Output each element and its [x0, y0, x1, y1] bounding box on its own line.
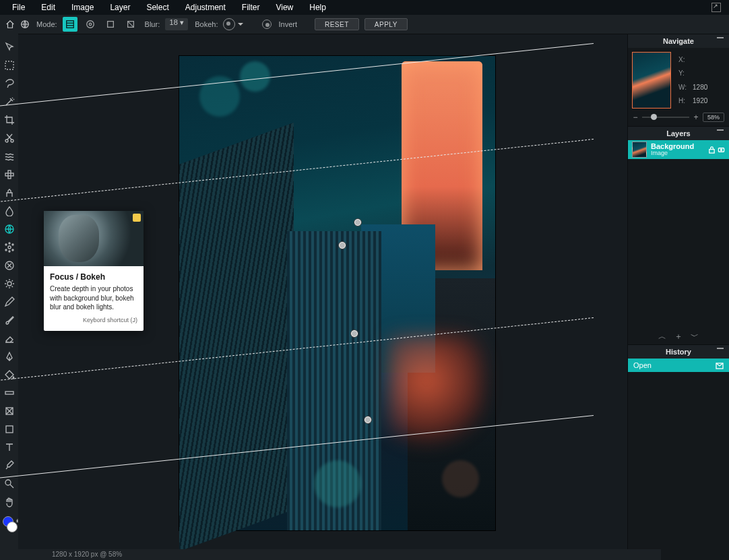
eraser-tool[interactable] — [3, 332, 16, 345]
gear-tool[interactable] — [3, 277, 16, 290]
svg-rect-6 — [107, 22, 113, 28]
gradient-tool[interactable] — [3, 386, 16, 400]
hub-icon[interactable] — [20, 20, 30, 29]
svg-rect-12 — [8, 170, 11, 179]
svg-point-21 — [9, 251, 10, 252]
navigator-info: X: Y: W:1280 H:1920 — [676, 52, 709, 108]
heal-tool[interactable] — [3, 168, 16, 181]
zoom-slider[interactable] — [642, 117, 689, 118]
eyedropper-tool[interactable] — [3, 459, 16, 472]
color-swatches[interactable]: ⇆ — [3, 516, 16, 531]
bokeh-handle-inner-top[interactable] — [338, 241, 346, 249]
blur-value-select[interactable]: 18 ▾ — [165, 18, 188, 30]
cut-tool[interactable] — [3, 131, 16, 145]
reset-button[interactable]: RESET — [315, 18, 359, 30]
disperse-tool[interactable] — [3, 241, 16, 254]
lock-icon[interactable] — [708, 146, 716, 154]
minimize-icon[interactable] — [717, 129, 724, 131]
canvas-area[interactable]: Focus / Bokeh Create depth in your photo… — [18, 34, 627, 560]
tool-sidebar: ⇆ — [0, 34, 18, 560]
menu-select[interactable]: Select — [138, 1, 177, 14]
tooltip-thumbnail — [44, 211, 144, 266]
transform-tool[interactable] — [3, 404, 16, 418]
right-panels: Navigate X: Y: W:1280 H:1920 − + 58% Lay… — [627, 34, 729, 560]
tooltip-description: Create depth in your photos with backgro… — [50, 284, 137, 312]
menu-adjustment[interactable]: Adjustment — [177, 1, 234, 14]
shape-tool[interactable] — [3, 423, 16, 436]
bokeh-handle-outer-bottom[interactable] — [364, 416, 372, 424]
brush-tool[interactable] — [3, 313, 16, 327]
status-bar: 1280 x 1920 px @ 58% — [18, 549, 661, 560]
mode-radial-button[interactable] — [83, 17, 98, 32]
menu-help[interactable]: Help — [301, 1, 334, 14]
zoom-value[interactable]: 58% — [703, 113, 724, 122]
invert-label[interactable]: Invert — [278, 20, 297, 28]
apply-button[interactable]: APPLY — [364, 18, 408, 30]
layer-up-button[interactable]: ︿ — [658, 331, 666, 342]
svg-point-18 — [5, 249, 7, 251]
minimize-icon[interactable] — [717, 37, 724, 38]
mode-rect-button[interactable] — [103, 17, 118, 32]
zoom-in-button[interactable]: + — [693, 113, 699, 122]
pen-tool[interactable] — [3, 350, 16, 363]
zoom-out-button[interactable]: − — [633, 113, 638, 122]
menu-filter[interactable]: Filter — [234, 1, 268, 14]
blur-tool[interactable] — [3, 204, 16, 218]
menu-image[interactable]: Image — [63, 1, 102, 14]
svg-rect-28 — [6, 426, 13, 433]
layer-item[interactable]: Background Image — [628, 140, 729, 159]
history-panel-header[interactable]: History — [628, 344, 729, 359]
zoom-tool[interactable] — [3, 477, 16, 491]
mode-fill-button[interactable] — [123, 17, 138, 32]
svg-point-5 — [89, 23, 92, 26]
tooltip-shortcut: Keybord shortcut (J) — [50, 316, 137, 324]
history-item-icon — [716, 361, 724, 369]
layer-add-button[interactable]: ＋ — [674, 331, 683, 342]
navigator-thumbnail[interactable] — [632, 52, 671, 108]
sponge-tool[interactable] — [3, 259, 16, 272]
navigate-panel-header[interactable]: Navigate — [628, 34, 729, 48]
bokeh-handle-inner-bottom[interactable] — [350, 330, 358, 338]
svg-point-16 — [5, 244, 7, 245]
history-item[interactable]: Open — [628, 359, 729, 372]
menu-file[interactable]: File — [4, 1, 33, 14]
liquify-tool[interactable] — [3, 150, 16, 163]
lasso-tool[interactable] — [3, 77, 16, 90]
svg-rect-13 — [5, 173, 13, 176]
crop-tool[interactable] — [3, 113, 16, 127]
svg-point-15 — [8, 246, 11, 249]
hand-tool[interactable] — [3, 495, 16, 509]
menu-edit[interactable]: Edit — [33, 1, 63, 14]
svg-point-29 — [5, 480, 11, 485]
home-icon[interactable] — [5, 20, 15, 29]
history-title: History — [666, 348, 691, 356]
wand-tool[interactable] — [3, 95, 16, 108]
svg-point-11 — [11, 139, 13, 142]
menu-view[interactable]: View — [267, 1, 301, 14]
svg-line-8 — [127, 22, 133, 28]
bokeh-shape-select[interactable] — [223, 18, 235, 30]
minimize-icon[interactable] — [717, 348, 724, 349]
menu-bar: File Edit Image Layer Select Adjustment … — [0, 0, 729, 15]
mode-linear-button[interactable] — [63, 17, 77, 32]
focus-bokeh-tool[interactable] — [3, 222, 16, 236]
layer-type: Image — [651, 150, 704, 156]
pencil-tool[interactable] — [3, 295, 16, 309]
layer-thumbnail — [632, 142, 647, 158]
fullscreen-icon[interactable] — [711, 3, 721, 12]
move-tool[interactable] — [3, 40, 16, 54]
svg-point-32 — [720, 149, 722, 150]
mode-label: Mode: — [36, 20, 57, 28]
layer-down-button[interactable]: ﹀ — [691, 331, 699, 342]
bokeh-handle-outer-top[interactable] — [354, 218, 362, 226]
clone-tool[interactable] — [3, 186, 16, 199]
marquee-tool[interactable] — [3, 59, 16, 72]
canvas-image[interactable] — [179, 56, 495, 530]
text-tool[interactable] — [3, 441, 16, 454]
svg-rect-9 — [5, 61, 13, 69]
tooltip-title: Focus / Bokeh — [50, 272, 137, 282]
navigate-title: Navigate — [663, 37, 694, 45]
visibility-icon[interactable] — [718, 146, 725, 154]
layers-panel-header[interactable]: Layers — [628, 126, 729, 140]
menu-layer[interactable]: Layer — [102, 1, 138, 14]
